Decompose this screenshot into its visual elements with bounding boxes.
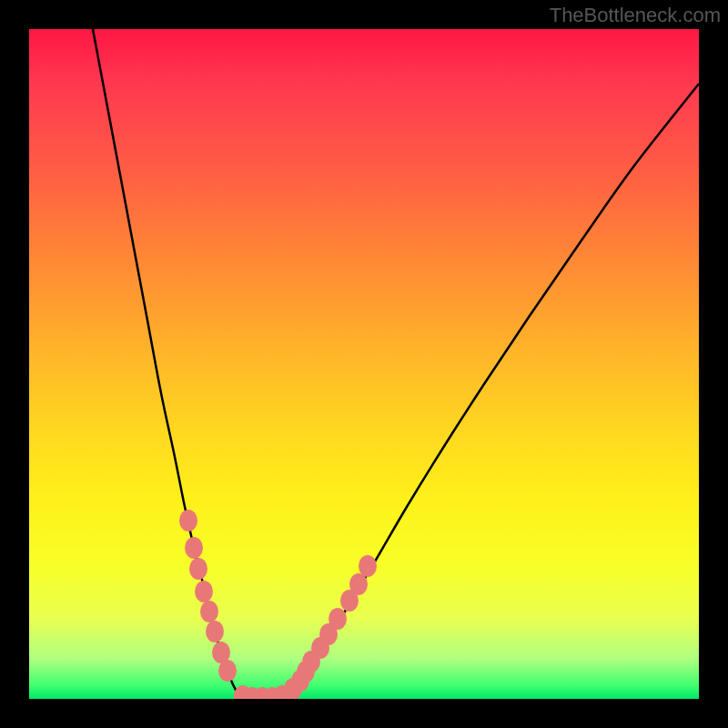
data-marker — [185, 537, 203, 559]
chart-svg — [29, 29, 699, 699]
plot-area — [29, 29, 699, 699]
data-marker — [349, 573, 368, 595]
data-marker — [195, 581, 213, 602]
data-marker — [200, 601, 218, 622]
data-marker — [329, 608, 347, 630]
data-marker — [359, 555, 377, 577]
bottleneck-curve — [93, 29, 699, 699]
data-markers — [179, 510, 377, 699]
data-marker — [189, 558, 207, 580]
data-marker — [179, 510, 197, 531]
data-marker — [218, 660, 237, 682]
watermark: TheBottleneck.com — [550, 4, 721, 27]
chart-container: TheBottleneck.com — [0, 0, 728, 728]
data-marker — [206, 621, 224, 642]
